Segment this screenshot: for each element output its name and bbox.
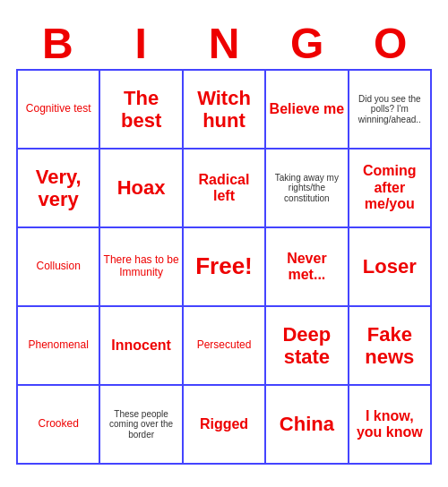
table-row[interactable]: Innocent	[100, 307, 183, 386]
letter-g: G	[265, 22, 349, 65]
cell-text: Collusion	[37, 261, 81, 273]
table-row[interactable]: Did you see the polls? I'm winning/ahead…	[349, 71, 432, 150]
table-row[interactable]: Cognitive test	[18, 71, 100, 150]
table-row[interactable]: Crooked	[18, 386, 100, 465]
table-row[interactable]: These people coming over the border	[100, 386, 183, 465]
cell-text: Persecuted	[197, 339, 252, 352]
table-row[interactable]: Collusion	[18, 228, 100, 307]
cell-text: Hoax	[117, 176, 166, 199]
cell-text: Rigged	[200, 416, 248, 432]
cell-text: There has to be Immunity	[103, 254, 178, 279]
cell-text: Never met...	[269, 251, 344, 284]
cell-text: The best	[103, 87, 178, 132]
letter-i: I	[99, 22, 183, 65]
cell-text: Deep state	[269, 323, 344, 369]
cell-text: Witch hunt	[186, 87, 262, 132]
cell-text: Crooked	[39, 418, 79, 431]
cell-text: Loser	[363, 255, 417, 278]
cell-text: These people coming over the border	[103, 409, 178, 440]
table-row[interactable]: Taking away my rights/the constitution	[266, 150, 349, 228]
cell-text: Free!	[195, 253, 253, 280]
cell-text: Fake news	[352, 323, 427, 369]
cell-text: Phenomenal	[29, 339, 89, 352]
cell-text: Radical left	[186, 172, 262, 205]
table-row[interactable]: Rigged	[184, 386, 266, 465]
cell-text: Very, very	[21, 166, 96, 211]
table-row[interactable]: I know, you know	[349, 386, 432, 465]
cell-text: I know, you know	[352, 408, 427, 441]
table-row[interactable]: Fake news	[349, 307, 432, 386]
table-row[interactable]: Hoax	[100, 150, 183, 228]
cell-text: Innocent	[111, 337, 171, 354]
cell-text: Did you see the polls? I'm winning/ahead…	[352, 94, 427, 125]
bingo-card: B I N G O Cognitive testThe bestWitch hu…	[9, 15, 439, 472]
table-row[interactable]: Deep state	[266, 307, 349, 386]
bingo-grid: Cognitive testThe bestWitch huntBelieve …	[16, 69, 432, 465]
table-row[interactable]: Coming after me/you	[349, 150, 432, 228]
table-row[interactable]: Believe me	[266, 71, 349, 150]
cell-text: Coming after me/you	[352, 163, 427, 212]
cell-text: Taking away my rights/the constitution	[269, 173, 344, 204]
table-row[interactable]: China	[266, 386, 349, 465]
table-row[interactable]: Very, very	[18, 150, 100, 228]
cell-text: Believe me	[270, 101, 345, 117]
table-row[interactable]: The best	[100, 71, 183, 150]
table-row[interactable]: Free!	[184, 228, 266, 307]
table-row[interactable]: Loser	[349, 228, 432, 307]
table-row[interactable]: Persecuted	[184, 307, 266, 386]
bingo-header: B I N G O	[16, 22, 432, 65]
table-row[interactable]: Never met...	[266, 228, 349, 307]
table-row[interactable]: There has to be Immunity	[100, 228, 183, 307]
letter-b: B	[16, 22, 99, 65]
letter-n: N	[183, 22, 266, 65]
table-row[interactable]: Witch hunt	[184, 71, 266, 150]
cell-text: China	[280, 413, 334, 435]
table-row[interactable]: Radical left	[184, 150, 266, 228]
letter-o: O	[349, 22, 432, 65]
table-row[interactable]: Phenomenal	[18, 307, 100, 386]
cell-text: Cognitive test	[26, 103, 91, 115]
